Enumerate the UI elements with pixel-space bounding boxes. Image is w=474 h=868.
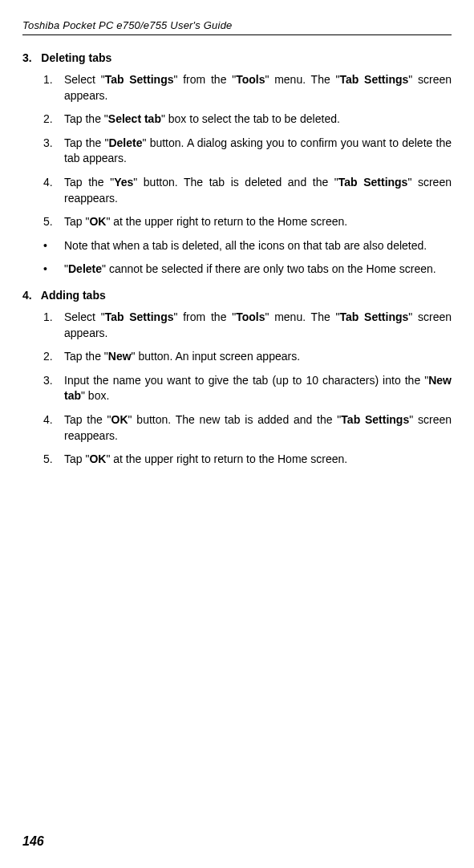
text-fragment: " button. The tab is deleted and the "	[133, 176, 338, 189]
list-text: Tap the "Yes" button. The tab is deleted…	[64, 175, 452, 206]
text-fragment: Note that when a tab is deleted, all the…	[64, 239, 427, 252]
list-item: 4.Tap the "Yes" button. The tab is delet…	[22, 175, 452, 206]
list-text: Select "Tab Settings" from the "Tools" m…	[64, 72, 452, 103]
list-text: Select "Tab Settings" from the "Tools" m…	[64, 310, 452, 341]
list-text: Tap the "Select tab" box to select the t…	[64, 112, 452, 128]
text-fragment: " at the upper right to return to the Ho…	[106, 215, 347, 228]
list-item: 5.Tap "OK" at the upper right to return …	[22, 214, 452, 230]
list-number: 2.	[43, 112, 64, 128]
text-fragment: " from the "	[173, 310, 236, 323]
bold-term: Tab Settings	[105, 310, 174, 323]
list-number: 3.	[43, 136, 64, 167]
text-fragment: Tap the "	[64, 350, 108, 363]
list-item: 2.Tap the "Select tab" box to select the…	[22, 112, 452, 128]
bullet-marker: •	[43, 262, 64, 278]
list-text: Tap the "New" button. An input screen ap…	[64, 349, 452, 365]
text-fragment: Select "	[64, 310, 105, 323]
bold-term: OK	[89, 215, 106, 228]
section-number: 3.	[22, 51, 32, 64]
list-item: 3.Input the name you want to give the ta…	[22, 373, 452, 404]
bullet-item: •Note that when a tab is deleted, all th…	[22, 238, 452, 254]
list-item: 1.Select "Tab Settings" from the "Tools"…	[22, 72, 452, 103]
bold-term: New	[108, 350, 132, 363]
bold-term: Tools	[236, 310, 265, 323]
bold-term: Tab Settings	[339, 73, 408, 86]
text-fragment: Tap the "	[64, 176, 114, 189]
list-number: 4.	[43, 175, 64, 206]
list-item: 1.Select "Tab Settings" from the "Tools"…	[22, 310, 452, 341]
bold-term: OK	[111, 413, 128, 426]
list-number: 1.	[43, 310, 64, 341]
list-number: 5.	[43, 452, 64, 468]
list-text: "Delete" cannot be selected if there are…	[64, 262, 452, 278]
bold-term: Delete	[68, 262, 102, 275]
list-item: 3.Tap the "Delete" button. A dialog aski…	[22, 136, 452, 167]
bold-term: OK	[89, 452, 106, 465]
document-content: 3. Deleting tabs1.Select "Tab Settings" …	[22, 51, 452, 468]
bold-term: Delete	[108, 136, 142, 149]
list-text: Note that when a tab is deleted, all the…	[64, 238, 452, 254]
bold-term: Tools	[236, 73, 265, 86]
bold-term: Tab Settings	[338, 176, 408, 189]
text-fragment: Tap "	[64, 452, 89, 465]
section-title: Adding tabs	[41, 289, 106, 302]
text-fragment: Input the name you want to give the tab …	[64, 374, 428, 387]
list-item: 2.Tap the "New" button. An input screen …	[22, 349, 452, 365]
section-heading: 4. Adding tabs	[22, 289, 452, 302]
bold-term: Tab Settings	[341, 413, 409, 426]
text-fragment: Tap the "	[64, 136, 108, 149]
page-header-title: Toshiba Pocket PC e750/e755 User's Guide	[22, 19, 452, 31]
bold-term: Select tab	[108, 112, 161, 125]
text-fragment: Tap the "	[64, 413, 111, 426]
bold-term: Yes	[114, 176, 133, 189]
text-fragment: " box.	[81, 389, 109, 402]
text-fragment: Tap the "	[64, 112, 108, 125]
bold-term: Tab Settings	[339, 310, 408, 323]
text-fragment: " menu. The "	[265, 73, 339, 86]
list-text: Input the name you want to give the tab …	[64, 373, 452, 404]
bold-term: Tab Settings	[105, 73, 174, 86]
page-number: 146	[22, 834, 44, 849]
section-number: 4.	[22, 289, 32, 302]
list-number: 2.	[43, 349, 64, 365]
text-fragment: Tap "	[64, 215, 89, 228]
list-number: 4.	[43, 412, 64, 444]
list-text: Tap "OK" at the upper right to return to…	[64, 214, 452, 230]
list-number: 3.	[43, 373, 64, 404]
section-heading: 3. Deleting tabs	[22, 51, 452, 64]
bullet-marker: •	[43, 238, 64, 254]
text-fragment: " box to select the tab to be deleted.	[161, 112, 340, 125]
text-fragment: " button. The new tab is added and the "	[128, 413, 342, 426]
list-item: 4.Tap the "OK" button. The new tab is ad…	[22, 412, 452, 444]
section-title: Deleting tabs	[41, 51, 111, 64]
list-text: Tap the "OK" button. The new tab is adde…	[64, 412, 452, 444]
list-number: 5.	[43, 214, 64, 230]
text-fragment: Select "	[64, 73, 105, 86]
list-text: Tap "OK" at the upper right to return to…	[64, 452, 452, 468]
text-fragment: " at the upper right to return to the Ho…	[106, 452, 347, 465]
list-item: 5.Tap "OK" at the upper right to return …	[22, 452, 452, 468]
bullet-item: •"Delete" cannot be selected if there ar…	[22, 262, 452, 278]
text-fragment: " menu. The "	[265, 310, 339, 323]
list-number: 1.	[43, 72, 64, 103]
text-fragment: " from the "	[173, 73, 236, 86]
list-text: Tap the "Delete" button. A dialog asking…	[64, 136, 452, 167]
text-fragment: " button. An input screen appears.	[132, 350, 300, 363]
header-divider	[22, 34, 452, 35]
text-fragment: " cannot be selected if there are only t…	[102, 262, 436, 275]
